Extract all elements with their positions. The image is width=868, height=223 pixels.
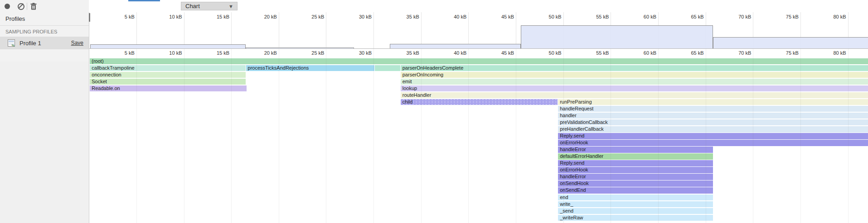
- flame-block-onconnection[interactable]: onconnection: [90, 72, 245, 78]
- flame-tick-label: 70 kB: [738, 50, 751, 56]
- flame-gridline: [468, 49, 469, 223]
- chart-view-toolbar: Chart ▼: [89, 0, 868, 13]
- overview-tick-label: 50 kB: [549, 14, 562, 19]
- clear-profiles-button[interactable]: [17, 2, 25, 10]
- overview-gridline: [184, 12, 184, 48]
- record-button[interactable]: [3, 2, 11, 10]
- overview-tick-label: 20 kB: [264, 14, 277, 19]
- flame-block-processticksandrejections[interactable]: processTicksAndRejections: [246, 65, 375, 71]
- flame-gridline: [136, 49, 137, 223]
- flame-block--writeraw[interactable]: _writeRaw: [558, 215, 713, 221]
- overview-tick-label: 10 kB: [169, 14, 182, 19]
- flame-block-defaulterrorhandler[interactable]: defaultErrorHandler: [558, 153, 713, 160]
- overview-tick-label: 60 kB: [644, 14, 656, 19]
- overview-gridline: [468, 12, 469, 48]
- flame-block-reply-send[interactable]: Reply.send: [558, 133, 868, 139]
- flame-block-onerrorhook[interactable]: onErrorHook: [558, 140, 868, 146]
- flame-block-readable-on[interactable]: Readable.on: [90, 85, 246, 92]
- flame-gridline: [326, 49, 326, 223]
- flame-block-end[interactable]: end: [558, 195, 713, 201]
- flame-tick-label: 35 kB: [407, 50, 419, 56]
- flame-block-socket[interactable]: Socket: [90, 79, 245, 85]
- clear-icon: [18, 3, 24, 10]
- profiles-toolbar: [0, 0, 89, 13]
- flame-gridline: [421, 49, 422, 223]
- overview-area-step: [390, 44, 521, 49]
- active-tab-indicator: [128, 0, 160, 1]
- flame-block-emit[interactable]: emit: [401, 79, 868, 85]
- overview-tick-label: 55 kB: [596, 14, 609, 19]
- sidebar-item-profile-1[interactable]: % Profile 1 Save: [0, 37, 89, 49]
- profiles-header: Profiles: [0, 12, 89, 26]
- record-icon: [5, 4, 10, 9]
- flame-block-handleerror[interactable]: handleError: [558, 174, 713, 180]
- flame-gridline: [753, 49, 753, 223]
- flame-gridline: [184, 49, 184, 223]
- view-mode-label: Chart: [185, 3, 200, 9]
- sampling-profiles-section-label: SAMPLING PROFILES: [0, 26, 89, 37]
- overview-gridline: [421, 12, 422, 48]
- toolbar-divider: [27, 3, 27, 10]
- flame-tick-label: 20 kB: [264, 50, 277, 56]
- flame-block--root-[interactable]: (root): [90, 58, 868, 65]
- flame-block-handleerror[interactable]: handleError: [558, 147, 713, 153]
- overview-gridline: [326, 12, 326, 48]
- overview-gridline: [231, 12, 232, 48]
- flame-block-prevalidationcallback[interactable]: preValidationCallback: [558, 119, 868, 126]
- delete-profile-button[interactable]: [29, 2, 38, 10]
- flame-block-prehandlercallback[interactable]: preHandlerCallback: [558, 126, 868, 133]
- flame-tick-label: 10 kB: [169, 50, 182, 56]
- flame-tick-label: 80 kB: [833, 50, 846, 56]
- flame-block-handlerequest[interactable]: handleRequest: [558, 106, 868, 112]
- trash-icon: [29, 2, 38, 10]
- flame-tick-label: 40 kB: [454, 50, 466, 56]
- flame-gridline: [279, 49, 279, 223]
- flame-block-runpreparsing[interactable]: runPreParsing: [558, 99, 868, 105]
- flame-block[interactable]: [375, 65, 400, 71]
- flame-chart: 5 kB10 kB15 kB20 kB25 kB30 kB35 kB40 kB4…: [89, 49, 868, 223]
- profiles-sidebar: Profiles SAMPLING PROFILES % Profile 1 S…: [0, 12, 89, 223]
- chevron-down-icon: ▼: [228, 4, 233, 9]
- flame-gridline: [848, 49, 849, 223]
- flame-gridline: [800, 49, 801, 223]
- memory-overview-pane[interactable]: 5 kB10 kB15 kB20 kB25 kB30 kB35 kB40 kB4…: [89, 12, 868, 49]
- overview-gridline: [136, 12, 137, 48]
- js-profiler-panel: Chart ▼ Profiles SAMPLING PROFILES % Pro…: [0, 0, 868, 223]
- flame-gridline: [658, 49, 659, 223]
- flame-block-parseronincoming[interactable]: parserOnIncoming: [401, 72, 868, 78]
- flame-gridline: [373, 49, 374, 223]
- flame-block-write-[interactable]: write_: [558, 201, 713, 208]
- flame-tick-label: 55 kB: [596, 50, 609, 56]
- flame-block--send[interactable]: _send: [558, 208, 713, 214]
- flame-block-onsendend[interactable]: onSendEnd: [558, 187, 713, 194]
- flame-gridline: [706, 49, 706, 223]
- scrollbar-thumb[interactable]: [89, 13, 90, 22]
- flame-block-callbacktrampoline[interactable]: callbackTrampoline: [90, 65, 245, 71]
- overview-tick-label: 45 kB: [501, 14, 514, 19]
- overview-tick-label: 75 kB: [786, 14, 799, 19]
- overview-tick-label: 65 kB: [691, 14, 704, 19]
- flame-gridline: [563, 49, 564, 223]
- overview-gridline: [516, 12, 516, 48]
- overview-tick-label: 15 kB: [217, 14, 229, 19]
- overview-tick-label: 25 kB: [311, 14, 324, 19]
- flame-block-handler[interactable]: handler: [558, 113, 868, 119]
- flame-block-lookup[interactable]: lookup: [401, 85, 868, 92]
- save-profile-link[interactable]: Save: [71, 40, 83, 46]
- overview-tick-label: 35 kB: [407, 14, 419, 19]
- flame-block-routehandler[interactable]: routeHandler: [401, 92, 868, 99]
- flame-block-parseronheaderscomplete[interactable]: parserOnHeadersComplete: [401, 65, 868, 71]
- flame-block-onsendhook[interactable]: onSendHook: [558, 180, 713, 187]
- view-mode-select[interactable]: Chart ▼: [181, 2, 238, 10]
- flame-block-child[interactable]: child: [401, 99, 558, 105]
- overview-tick-label: 30 kB: [359, 14, 372, 19]
- flame-tick-label: 5 kB: [125, 50, 135, 56]
- flame-gridline: [611, 49, 611, 223]
- flame-tick-label: 65 kB: [691, 50, 704, 56]
- flame-gridline: [516, 49, 516, 223]
- flame-tick-label: 75 kB: [786, 50, 799, 56]
- overview-tick-label: 70 kB: [738, 14, 751, 19]
- flame-gridline: [231, 49, 232, 223]
- flame-block-reply-send[interactable]: Reply.send: [558, 160, 713, 166]
- flame-block-onerrorhook[interactable]: onErrorHook: [558, 167, 713, 173]
